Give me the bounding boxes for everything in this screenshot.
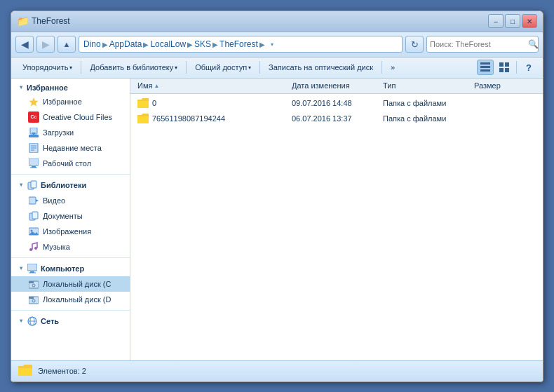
nav-bar: ◀ ▶ ▲ Dino ▶ AppData ▶ LocalLow ▶ SKS ▶ … <box>11 32 543 58</box>
svg-rect-36 <box>29 297 34 299</box>
documents-icon <box>28 210 39 222</box>
sidebar-item-desktop[interactable]: Рабочий стол <box>11 156 130 171</box>
libraries-icon <box>27 180 38 191</box>
back-button[interactable]: ◀ <box>15 36 34 53</box>
details-view-button[interactable] <box>477 60 494 75</box>
drive-c-label: Локальный диск (C <box>43 280 111 288</box>
toolbar-separator-1 <box>81 61 81 74</box>
svg-rect-4 <box>505 62 509 67</box>
breadcrumb-theforest[interactable]: TheForest <box>219 39 258 49</box>
favorites-expand-icon: ▾ <box>17 83 25 92</box>
breadcrumb-dropdown-button[interactable]: ▾ <box>266 37 278 51</box>
toolbar: Упорядочить ▾ Добавить в библиотеку ▾ Об… <box>11 58 543 79</box>
drive-c-icon <box>28 278 39 290</box>
toolbar-separator-5 <box>516 61 517 74</box>
video-icon <box>28 195 39 206</box>
file-list: 0 09.07.2016 14:48 Папка с файлами <box>130 94 543 360</box>
search-icon[interactable]: 🔍 <box>528 39 539 49</box>
sidebar-divider-1 <box>11 174 130 175</box>
sidebar-item-creative-cloud[interactable]: Cc Creative Cloud Files <box>11 109 130 125</box>
folder-small-icon: 📁 <box>17 15 29 27</box>
breadcrumb-locallow[interactable]: LocalLow <box>150 39 186 49</box>
sidebar-favorites-section: ▾ Избранное Избранное Cc Creative Clo <box>11 81 130 171</box>
add-to-library-button[interactable]: Добавить в библиотеку ▾ <box>84 60 183 75</box>
svg-rect-29 <box>27 264 37 271</box>
sidebar-libraries-header[interactable]: ▾ Библиотеки <box>11 177 130 193</box>
breadcrumb-sks[interactable]: SKS <box>194 39 211 49</box>
computer-label: Компьютер <box>41 264 84 273</box>
window-controls: – □ ✕ <box>488 14 537 28</box>
file-row-1[interactable]: 76561198087194244 06.07.2016 13:37 Папка… <box>130 111 543 126</box>
sidebar-item-izbranoe[interactable]: Избранное <box>11 94 130 109</box>
sidebar-libraries-section: ▾ Библиотеки <box>11 177 130 255</box>
sidebar-item-drive-c[interactable]: Локальный диск (C <box>11 276 130 292</box>
sidebar-item-video[interactable]: Видео <box>11 193 130 208</box>
sidebar-computer-header[interactable]: ▾ Компьютер <box>11 261 130 276</box>
sidebar-favorites-header[interactable]: ▾ Избранное <box>11 81 130 94</box>
file-name-0: 0 <box>133 97 288 109</box>
col-header-name[interactable]: Имя ▲ <box>133 81 288 90</box>
organize-button[interactable]: Упорядочить ▾ <box>17 60 78 75</box>
search-input[interactable] <box>430 40 527 48</box>
breadcrumb-dino[interactable]: Dino <box>83 39 101 49</box>
images-label: Изображения <box>43 227 91 236</box>
file-type-0: Папка с файлами <box>379 99 470 107</box>
downloads-label: Загрузки <box>43 128 74 137</box>
svg-rect-0 <box>480 62 490 65</box>
toolbar-separator-2 <box>186 61 187 74</box>
file-type-1: Папка с файлами <box>379 114 470 123</box>
up-button[interactable]: ▲ <box>58 36 76 53</box>
music-icon <box>28 241 39 252</box>
content-area: ▾ Избранное Избранное Cc Creative Clo <box>11 79 543 360</box>
sidebar-item-recent[interactable]: Недавние места <box>11 140 130 156</box>
sidebar-divider-3 <box>11 310 130 311</box>
col-header-date[interactable]: Дата изменения <box>288 81 379 90</box>
downloads-icon <box>28 127 39 138</box>
help-button[interactable]: ? <box>520 60 537 75</box>
star-icon <box>28 96 39 107</box>
svg-marker-21 <box>36 199 39 202</box>
video-label: Видео <box>43 196 65 205</box>
forward-button[interactable]: ▶ <box>36 36 55 53</box>
svg-rect-2 <box>480 69 490 72</box>
svg-rect-5 <box>499 68 504 72</box>
file-date-1: 06.07.2016 13:37 <box>288 114 379 123</box>
minimize-button[interactable]: – <box>488 14 504 28</box>
sidebar-item-music[interactable]: Музыка <box>11 239 130 255</box>
breadcrumb-appdata[interactable]: AppData <box>109 39 142 49</box>
more-button[interactable]: » <box>385 60 400 75</box>
file-date-0: 09.07.2016 14:48 <box>288 99 379 107</box>
network-header-icon <box>27 316 38 327</box>
title-bar: 📁 TheForest – □ ✕ <box>11 11 543 32</box>
creative-cloud-label: Creative Cloud Files <box>43 113 112 121</box>
svg-rect-20 <box>29 197 36 204</box>
burn-button[interactable]: Записать на оптический диск <box>263 60 379 75</box>
share-button[interactable]: Общий доступ ▾ <box>189 60 257 75</box>
close-button[interactable]: ✕ <box>522 14 537 28</box>
sidebar-item-documents[interactable]: Документы <box>11 208 130 224</box>
network-expand-icon: ▾ <box>17 317 25 325</box>
large-icon-view-button[interactable] <box>496 60 513 75</box>
libraries-label: Библиотеки <box>41 181 86 189</box>
file-pane: Имя ▲ Дата изменения Тип Размер <box>130 79 543 360</box>
svg-rect-1 <box>480 66 490 68</box>
sidebar-network-header[interactable]: ▾ Сеть <box>11 313 130 329</box>
sidebar-item-downloads[interactable]: Загрузки <box>11 125 130 140</box>
window-title: TheForest <box>32 16 70 26</box>
recent-icon <box>28 142 39 154</box>
favorites-label: Избранное <box>27 83 68 92</box>
toolbar-right: ? <box>477 60 537 75</box>
col-header-type[interactable]: Тип <box>379 81 470 90</box>
maximize-button[interactable]: □ <box>505 14 520 28</box>
refresh-button[interactable]: ↻ <box>405 36 424 53</box>
file-row-0[interactable]: 0 09.07.2016 14:48 Папка с файлами <box>130 95 543 111</box>
status-bar: Элементов: 2 <box>11 360 543 381</box>
search-bar: 🔍 <box>426 36 539 53</box>
file-name-1: 76561198087194244 <box>133 113 288 124</box>
svg-rect-19 <box>31 181 36 188</box>
svg-rect-6 <box>505 68 509 72</box>
col-header-size[interactable]: Размер <box>470 81 526 90</box>
sidebar-item-drive-d[interactable]: Локальный диск (D <box>11 292 130 307</box>
sidebar-item-images[interactable]: Изображения <box>11 224 130 239</box>
desktop-label: Рабочий стол <box>43 159 91 168</box>
